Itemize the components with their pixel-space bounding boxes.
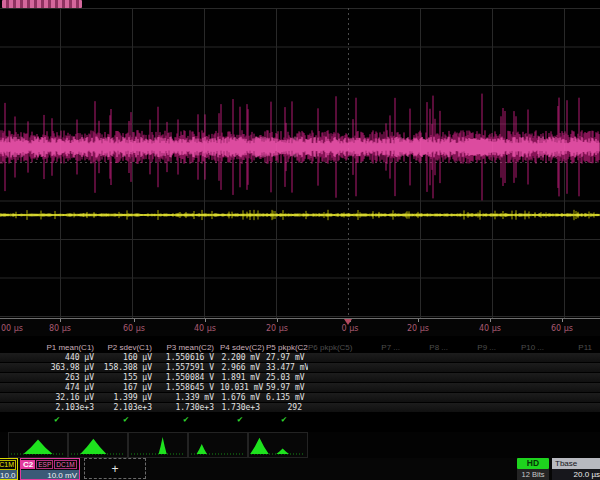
trigger-position-marker[interactable] [344,319,352,325]
table-row: 474 µV167 µV1.558645 V10.031 mV59.97 mV [0,383,600,392]
measurement-value: 292 [266,403,308,412]
c1-vertical-scale: 10.0 mV [0,470,17,480]
c2-esp-tag: ESP [36,460,53,470]
measurement-value: 1.557591 V [158,363,220,372]
status-check-icon: ✔ [158,414,220,424]
measurement-value: 10.031 mV [220,383,266,392]
parameter-histicon[interactable] [8,432,68,458]
measurement-value: 2.200 mV [220,353,266,362]
axis-tick [134,319,135,322]
measurement-value: 25.03 mV [266,373,308,382]
measurement-value: 1.558645 V [158,383,220,392]
table-row: P1 mean(C1)P2 sdev(C1)P3 mean(C2)P4 sdev… [0,341,600,353]
measurement-value: 363.98 µV [20,363,100,372]
measurement-value: 160 µV [100,353,158,362]
parameter-header[interactable]: P8 ... [406,343,454,352]
timebase-descriptor[interactable]: Tbase 20.0 µs [552,458,600,480]
measurement-value: 32.16 µV [20,393,100,402]
measurement-value: 1.891 mV [220,373,266,382]
oscilloscope-screen: 00 µs80 µs60 µs40 µs20 µs0 µs20 µs40 µs6… [0,0,600,480]
status-bar: DC1M 10.0 mV C2 ESP DC1M 10.0 mV + HD 12… [0,458,600,480]
parameter-histicon[interactable] [248,432,308,458]
c2-label: C2 [21,460,35,469]
parameter-header[interactable]: P3 mean(C2) [158,343,220,352]
c1-coupling-tag: DC1M [0,460,16,470]
channel-c2-descriptor[interactable]: C2 ESP DC1M 10.0 mV [20,458,80,480]
c2-vertical-scale: 10.0 mV [21,470,79,480]
waveform-grid [0,8,600,318]
measurement-value: 2.966 mV [220,363,266,372]
measurement-value: 2.103e+3 [100,403,158,412]
measurement-value: 33.477 mV [266,363,308,372]
axis-tick [277,319,278,322]
measurement-value: 2.103e+3 [20,403,100,412]
c2-coupling-tag: DC1M [54,460,76,470]
table-row: 440 µV160 µV1.550616 V2.200 mV27.97 mV [0,353,600,362]
time-axis-label: 20 µs [266,324,288,333]
time-axis-label: 40 µs [194,324,216,333]
parameter-header[interactable]: P7 ... [358,343,406,352]
measurement-value: 1.550084 V [158,373,220,382]
measurement-value: 155 µV [100,373,158,382]
measurement-value: 1.399 µV [100,393,158,402]
plus-icon: + [111,462,118,476]
table-row: 363.98 µV158.308 µV1.557591 V2.966 mV33.… [0,363,600,372]
table-row: 2.103e+32.103e+31.730e+31.730e+3292 [0,403,600,412]
measurement-value: 1.339 mV [158,393,220,402]
waveform-display[interactable] [0,8,600,318]
time-axis-label: 40 µs [479,324,501,333]
parameter-header[interactable]: P9 ... [454,343,502,352]
measurement-value: 59.97 mV [266,383,308,392]
measurement-value: 440 µV [20,353,100,362]
time-axis-label: 20 µs [407,324,429,333]
cropped-label [2,0,82,8]
axis-tick [562,319,563,322]
measurement-value: 1.730e+3 [158,403,220,412]
parameter-header[interactable]: P5 pkpk(C2) [266,343,308,352]
status-check-icon: ✔ [100,414,158,424]
table-row: 32.16 µV1.399 µV1.339 mV1.676 mV6.135 mV [0,393,600,402]
time-axis-label: 60 µs [551,324,573,333]
histicon-strip [0,432,600,458]
parameter-histicon[interactable] [128,432,188,458]
table-row: ✔✔✔✔✔ [0,413,600,425]
parameter-header[interactable]: P1 mean(C1) [20,343,100,352]
measurement-value: 1.730e+3 [220,403,266,412]
measurement-value: 474 µV [20,383,100,392]
time-axis-label: 00 µs [1,324,23,333]
add-trace-button[interactable]: + [84,458,146,479]
timebase-title: Tbase [552,458,600,469]
parameter-histicon[interactable] [68,432,128,458]
channel-c1-descriptor[interactable]: DC1M 10.0 mV [0,458,18,480]
hd-badge: HD [517,458,549,469]
measurement-value: 263 µV [20,373,100,382]
status-check-icon: ✔ [266,414,308,424]
measurement-value: 1.676 mV [220,393,266,402]
parameter-header[interactable]: P6 pkpk(C5) [308,343,358,352]
parameter-header[interactable]: P10 ... [502,343,550,352]
parameter-header[interactable]: P2 sdev(C1) [100,343,158,352]
time-axis-label: 80 µs [49,324,71,333]
measurement-value: 27.97 mV [266,353,308,362]
status-check-icon: ✔ [220,414,266,424]
parameter-histicon[interactable] [188,432,248,458]
axis-tick [418,319,419,322]
hd-indicator[interactable]: HD 12 Bits [517,458,549,480]
axis-tick [60,319,61,322]
measurement-table: P1 mean(C1)P2 sdev(C1)P3 mean(C2)P4 sdev… [0,341,600,425]
table-row: 263 µV155 µV1.550084 V1.891 mV25.03 mV [0,373,600,382]
parameter-header[interactable]: P4 sdev(C2) [220,343,266,352]
measurement-value: 158.308 µV [100,363,158,372]
time-axis[interactable]: 00 µs80 µs60 µs40 µs20 µs0 µs20 µs40 µs6… [0,318,600,336]
status-check-icon: ✔ [20,414,100,424]
timebase-scale: 20.0 µs [552,469,600,480]
axis-tick [205,319,206,322]
measurement-value: 6.135 mV [266,393,308,402]
measurement-value: 1.550616 V [158,353,220,362]
time-axis-label: 0 µs [342,324,359,333]
axis-tick [490,319,491,322]
measurement-value: 167 µV [100,383,158,392]
time-axis-label: 60 µs [123,324,145,333]
hd-bits-label: 12 Bits [517,469,549,480]
parameter-header[interactable]: P11 [550,343,598,352]
